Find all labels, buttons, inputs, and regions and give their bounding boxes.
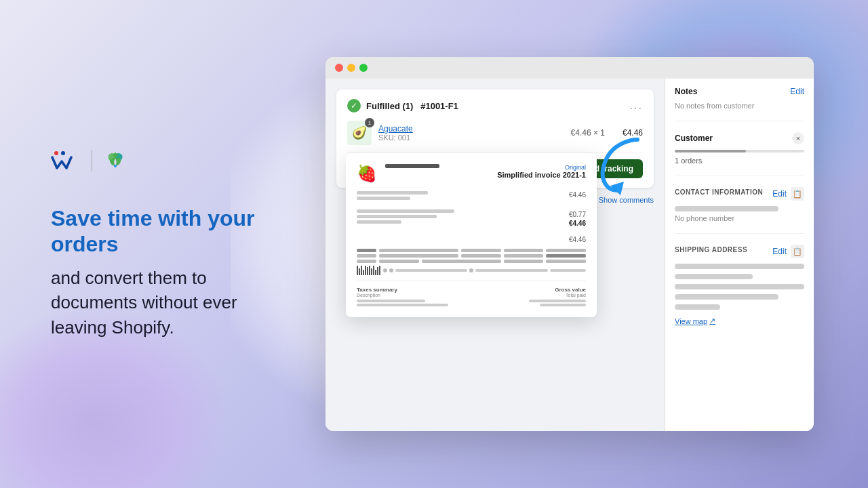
inv-footer-right-bar xyxy=(529,300,587,302)
inv-cell xyxy=(504,254,544,258)
subtext: and convert them to documents without ev… xyxy=(51,266,261,340)
external-link-icon: ↗ xyxy=(709,317,715,325)
sidebar-shipping-header: SHIPPING ADDRESS Edit 📋 xyxy=(675,245,804,258)
inv-table-row-1 xyxy=(357,249,586,252)
sidebar-contact-icon-btn[interactable]: 📋 xyxy=(791,187,804,201)
sidebar-shipping-actions: Edit 📋 xyxy=(772,245,804,258)
invoice-table xyxy=(357,249,586,275)
sidebar-shipping-edit-link[interactable]: Edit xyxy=(772,247,787,256)
invoice-footer-left: Taxes summary Description xyxy=(357,287,471,306)
logo-bar xyxy=(51,148,261,173)
sidebar-notes-header: Notes Edit xyxy=(675,87,804,96)
headline: Save time with your orders xyxy=(51,205,261,258)
sidebar-notes-section: Notes Edit No notes from customer xyxy=(675,87,804,121)
fulfilled-left: ✓ Fulfilled (1) #1001-F1 xyxy=(347,99,458,113)
sidebar-address-bar-4 xyxy=(675,294,778,300)
browser-dot-yellow[interactable] xyxy=(347,64,355,72)
inv-cell xyxy=(461,254,501,258)
inv-cell xyxy=(357,249,376,252)
sidebar-notes-title: Notes xyxy=(675,87,697,96)
inv-cell xyxy=(546,254,586,258)
invoice-amount-4: €4.46 xyxy=(569,236,586,243)
invoice-line-5 xyxy=(357,220,401,224)
svg-point-0 xyxy=(54,151,58,155)
barcode-visual xyxy=(357,266,380,275)
svg-point-2 xyxy=(114,165,117,167)
sidebar-no-phone-text: No phone number xyxy=(675,214,804,222)
sidebar-contact-actions: Edit 📋 xyxy=(772,187,804,201)
invoice-title-area: Original Simplified invoice 2021-1 xyxy=(497,164,586,179)
view-map-link[interactable]: View map ↗ xyxy=(675,317,715,325)
invoice-line-4 xyxy=(357,215,437,218)
inv-cell xyxy=(504,249,544,252)
inv-cell xyxy=(379,249,458,252)
sidebar-notes-edit-link[interactable]: Edit xyxy=(790,87,804,96)
product-info: Aguacate SKU: 001 xyxy=(378,124,564,142)
shopify-sidebar: Notes Edit No notes from customer Custom… xyxy=(665,79,814,431)
browser-dot-red[interactable] xyxy=(335,64,343,72)
browser-dot-green[interactable] xyxy=(359,64,368,72)
fulfilled-title: Fulfilled (1) #1001-F1 xyxy=(366,101,458,111)
inv-footer-bar xyxy=(357,300,425,302)
sidebar-contact-bar xyxy=(675,206,778,211)
invoice-title: Simplified invoice 2021-1 xyxy=(497,171,586,179)
invoice-barcode xyxy=(357,266,586,275)
inv-table-row-3 xyxy=(357,260,586,263)
svg-point-1 xyxy=(61,151,65,155)
left-panel: Save time with your orders and convert t… xyxy=(0,108,312,380)
invoice-footer: Taxes summary Description Gross value To… xyxy=(357,281,586,306)
inv-footer-bar xyxy=(357,304,448,306)
invoice-amount-1: €4.46 xyxy=(545,191,586,199)
inv-footer-right-bar xyxy=(540,304,586,306)
blue-arrow-icon xyxy=(590,133,658,201)
product-sku: SKU: 001 xyxy=(378,134,564,142)
invoice-line-2 xyxy=(357,197,410,200)
invoice-gross-value-label: Gross value xyxy=(471,287,586,293)
product-name-link[interactable]: Aguacate xyxy=(378,124,564,134)
invoice-amount-3: €4.46 xyxy=(545,220,586,227)
invoice-amount-2: €0.77 xyxy=(545,211,586,218)
browser-window: ✓ Fulfilled (1) #1001-F1 ... xyxy=(326,57,814,431)
invoice-line-3 xyxy=(357,209,454,213)
invoice-total-paid-label: Total paid xyxy=(471,293,586,298)
leaf-logo xyxy=(103,148,127,173)
invoice-logo: 🍓 xyxy=(357,164,377,183)
sidebar-shipping-title: SHIPPING ADDRESS xyxy=(675,246,747,253)
invoice-header-row: 🍓 Original Simplified invoice 2021-1 xyxy=(357,164,586,183)
right-panel: ✓ Fulfilled (1) #1001-F1 ... xyxy=(312,43,868,445)
inv-cell xyxy=(379,254,458,258)
browser-titlebar xyxy=(326,57,814,79)
sidebar-address-bar-2 xyxy=(675,274,753,279)
invoice-footer-bars xyxy=(357,300,471,306)
sidebar-shipping-icon-btn[interactable]: 📋 xyxy=(791,245,804,258)
w-logo xyxy=(51,150,81,171)
inv-cell xyxy=(422,260,501,263)
invoice-footer-right-bars xyxy=(471,300,586,306)
logo-divider xyxy=(92,150,92,171)
sidebar-customer-title: Customer xyxy=(675,134,713,143)
sidebar-contact-section: CONTACT INFORMATION Edit 📋 No phone numb… xyxy=(675,187,804,234)
invoice-overlay: 🍓 Original Simplified invoice 2021-1 xyxy=(346,153,597,317)
sidebar-progress-bar xyxy=(675,150,804,152)
invoice-footer-right: Gross value Total paid xyxy=(471,287,586,306)
sidebar-address-bar-3 xyxy=(675,284,804,289)
sidebar-notes-text: No notes from customer xyxy=(675,102,804,110)
inv-cell xyxy=(546,249,586,252)
invoice-description-label: Description xyxy=(357,293,471,298)
fulfilled-header: ✓ Fulfilled (1) #1001-F1 ... xyxy=(347,99,643,113)
sidebar-address-bar-5 xyxy=(675,304,720,310)
sidebar-contact-edit-link[interactable]: Edit xyxy=(772,189,787,199)
inv-cell xyxy=(461,249,501,252)
inv-cell xyxy=(546,260,586,263)
inv-cell xyxy=(357,254,376,258)
sidebar-customer-close-btn[interactable]: × xyxy=(792,132,804,144)
browser-body: ✓ Fulfilled (1) #1001-F1 ... xyxy=(326,79,814,431)
shopify-main: ✓ Fulfilled (1) #1001-F1 ... xyxy=(326,79,665,431)
product-quantity-badge: 1 xyxy=(365,118,374,127)
fulfilled-check-icon: ✓ xyxy=(347,99,361,113)
fulfilled-menu-dots[interactable]: ... xyxy=(630,100,643,112)
sidebar-customer-section: Customer × 1 orders xyxy=(675,132,804,176)
sidebar-contact-title: CONTACT INFORMATION xyxy=(675,188,763,196)
product-image: 🥑 1 xyxy=(347,121,372,145)
inv-cell xyxy=(357,260,376,263)
